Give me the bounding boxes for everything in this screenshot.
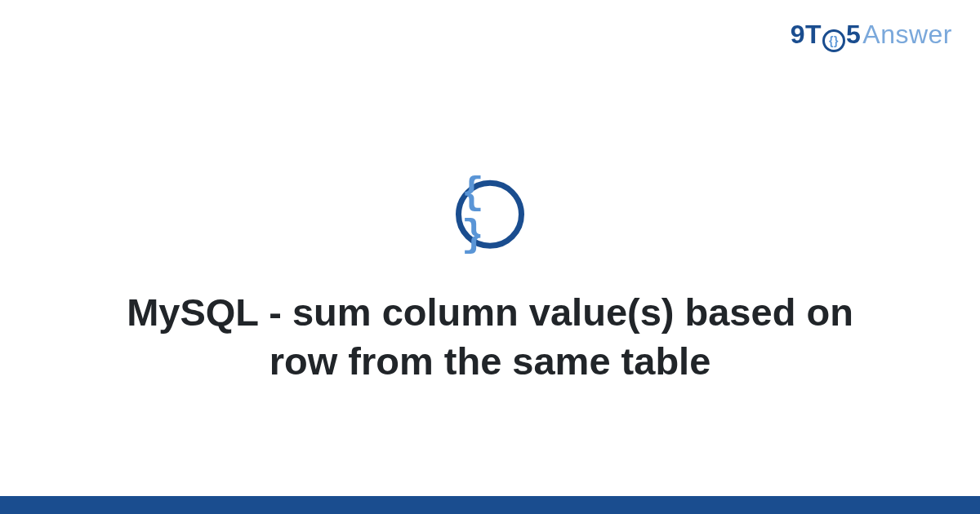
code-braces-icon: { } xyxy=(456,179,524,248)
braces-symbol: { } xyxy=(461,171,519,256)
footer-accent-bar xyxy=(0,496,980,514)
logo-text-9t: 9T xyxy=(791,20,822,50)
logo-circle-icon: {} xyxy=(822,29,845,52)
logo-text-answer: Answer xyxy=(862,20,952,50)
main-content: { } MySQL - sum column value(s) based on… xyxy=(0,179,980,385)
page-title: MySQL - sum column value(s) based on row… xyxy=(98,287,882,385)
logo-text-5: 5 xyxy=(846,20,861,50)
site-logo: 9T {} 5 Answer xyxy=(791,20,952,51)
